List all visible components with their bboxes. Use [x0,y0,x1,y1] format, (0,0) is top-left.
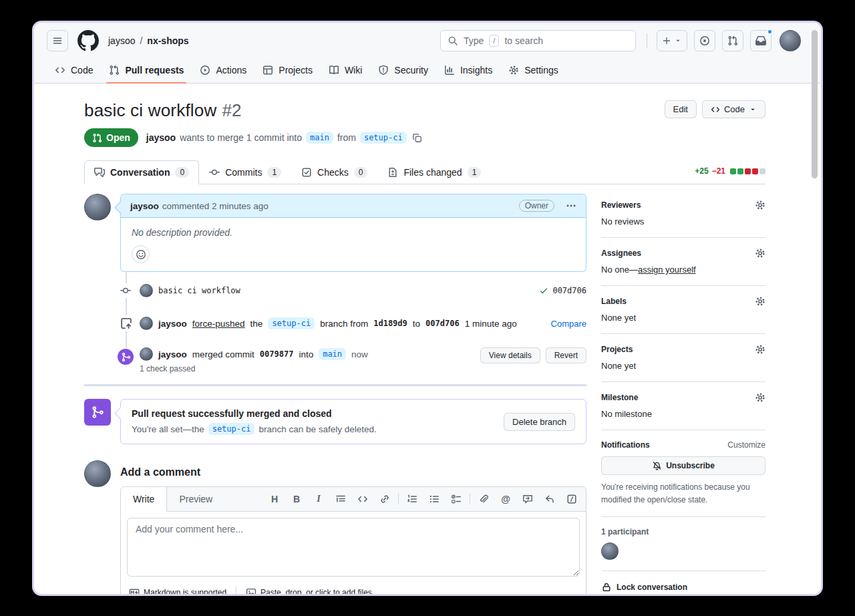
tab-commits[interactable]: Commits 1 [199,160,291,184]
markdown-supported-hint[interactable]: Markdown is supported [129,587,226,596]
avatar[interactable] [140,284,153,297]
bullet-list-tool[interactable] [428,493,440,505]
comment-textarea[interactable] [127,518,580,577]
link-tool[interactable] [379,493,391,505]
edit-button[interactable]: Edit [665,100,697,118]
tab-files-changed[interactable]: Files changed 1 [377,160,491,184]
nav-tab-settings[interactable]: Settings [503,59,564,83]
force-push-link[interactable]: force-pushed [192,319,245,329]
cross-reference-tool[interactable] [522,493,534,505]
unsubscribe-button[interactable]: Unsubscribe [601,456,765,475]
breadcrumb-owner[interactable]: jaysoo [108,35,135,46]
nav-tab-label: Projects [279,65,313,75]
nav-tab-security[interactable]: Security [373,59,434,83]
create-new-button[interactable] [657,30,687,51]
repo-nav: Code Pull requests Actions Projects Wiki… [34,59,821,84]
breadcrumb-repo[interactable]: nx-shops [147,35,188,46]
event-text: merged commit [192,349,254,359]
attach-file-tool[interactable] [478,493,490,505]
commit-sha-link[interactable]: 007d706 [552,286,586,295]
saved-replies-tool[interactable] [544,493,556,505]
sha-before-link[interactable]: 1d189d9 [373,319,407,328]
scrollbar-track[interactable] [810,25,819,591]
gear-icon[interactable] [755,344,765,355]
quote-tool[interactable] [335,493,347,505]
code-dropdown-button[interactable]: Code [702,100,765,118]
slash-key-hint: / [489,35,499,47]
add-comment-heading: Add a comment [117,466,586,478]
current-user-avatar[interactable] [84,460,111,487]
gear-icon[interactable] [755,296,765,307]
nav-tab-insights[interactable]: Insights [439,59,498,83]
italic-tool[interactable]: I [313,493,325,505]
search-input[interactable]: Type / to search [440,30,636,51]
event-timestamp: now [351,349,368,359]
section-title: Notifications [601,440,650,450]
head-branch-chip[interactable]: setup-ci [360,132,407,144]
copy-branch-button[interactable] [412,133,422,143]
tab-count: 1 [468,167,482,178]
nav-tab-actions[interactable]: Actions [194,59,252,83]
branch-chip[interactable]: setup-ci [268,317,315,329]
code-tool[interactable] [357,493,369,505]
attach-files-hint[interactable]: Paste, drop, or click to add files [246,587,372,596]
event-text: the [250,319,263,329]
lock-conversation-button[interactable]: Lock conversation [601,571,765,596]
comment-author-avatar[interactable] [84,194,111,220]
gear-icon[interactable] [755,392,765,403]
check-passed-text[interactable]: 1 check passed [140,364,466,373]
gear-icon[interactable] [755,248,765,259]
scrollbar-thumb[interactable] [812,30,818,178]
tab-checks[interactable]: Checks 0 [291,160,377,184]
participant-avatar[interactable] [601,543,619,560]
branch-chip[interactable]: main [319,348,346,360]
tab-conversation[interactable]: Conversation 0 [84,160,199,184]
inbox-button[interactable] [750,30,772,51]
pr-author-link[interactable]: jaysoo [146,132,176,143]
view-details-button[interactable]: View details [480,347,540,363]
add-reaction-button[interactable] [132,245,150,263]
issues-button[interactable] [694,30,715,51]
hamburger-menu-button[interactable] [47,30,68,51]
avatar[interactable] [140,347,153,361]
sha-after-link[interactable]: 007d706 [425,319,460,328]
github-logo-icon[interactable] [77,30,99,51]
diffstat-additions: +25 [695,166,708,176]
tab-count: 0 [354,167,368,178]
nav-tab-projects[interactable]: Projects [257,59,318,83]
nav-tab-wiki[interactable]: Wiki [323,59,367,83]
assign-yourself-link[interactable]: assign yourself [638,265,696,275]
mention-tool[interactable]: @ [500,493,512,505]
delete-branch-button[interactable]: Delete branch [504,413,575,431]
branch-chip[interactable]: setup-ci [208,423,255,435]
comment-menu-button[interactable] [566,200,576,211]
smiley-icon [136,249,146,260]
preview-tab[interactable]: Preview [167,487,224,511]
check-success-icon[interactable] [539,286,548,295]
comment-author-link[interactable]: jaysoo [130,201,159,211]
pull-requests-button[interactable] [722,30,743,51]
commit-message-link[interactable]: basic ci workflow [158,286,240,295]
base-branch-chip[interactable]: main [306,132,333,144]
task-list-tool[interactable] [450,493,462,505]
merged-banner-text: You're all set—the [132,424,204,434]
avatar[interactable] [140,317,153,330]
revert-button[interactable]: Revert [546,347,586,363]
event-author-link[interactable]: jaysoo [158,349,187,359]
nav-tab-code[interactable]: Code [49,59,98,83]
user-avatar[interactable] [780,30,801,51]
slash-commands-tool[interactable] [566,493,578,505]
compare-link[interactable]: Compare [551,319,586,329]
bold-tool[interactable]: B [291,493,303,505]
write-tab[interactable]: Write [121,487,167,512]
event-author-link[interactable]: jaysoo [158,319,187,329]
tab-label: Conversation [110,167,170,178]
participants-label: 1 participant [601,527,765,536]
customize-link[interactable]: Customize [727,440,765,450]
gear-icon[interactable] [755,200,765,210]
nav-tab-pull-requests[interactable]: Pull requests [104,59,189,83]
force-push-event-row: jaysoo force-pushed the setup-ci branch … [84,317,586,330]
heading-tool[interactable]: H [269,493,281,505]
merged-sha-link[interactable]: 0079877 [260,349,294,359]
numbered-list-tool[interactable] [406,493,418,505]
